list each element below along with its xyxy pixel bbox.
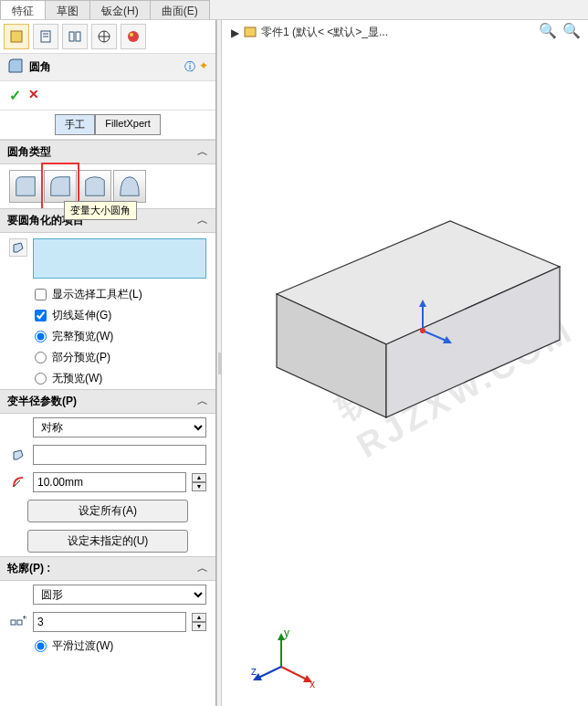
fillet-type-tooltip: 变量大小圆角 — [64, 201, 137, 220]
panel-tab-dim[interactable] — [91, 24, 117, 49]
profile-shape-select[interactable]: 圆形 — [33, 585, 206, 605]
panel-tab-property[interactable] — [33, 24, 58, 49]
set-unset-button[interactable]: 设定未指定的(U) — [27, 530, 188, 553]
svg-point-10 — [130, 33, 133, 37]
profile-count-input[interactable] — [33, 612, 186, 632]
svg-text:#: # — [23, 616, 26, 622]
edge-select-icon[interactable] — [9, 238, 27, 257]
opt-smooth[interactable]: 平滑过渡(W) — [0, 636, 215, 657]
command-title: 圆角 — [29, 59, 51, 75]
set-all-button[interactable]: 设定所有(A) — [27, 500, 188, 522]
panel-tab-feature-tree[interactable] — [4, 24, 29, 49]
show-toolbar-checkbox[interactable] — [35, 289, 47, 300]
opt-tangent[interactable]: 切线延伸(G) — [0, 305, 215, 326]
svg-line-28 — [257, 667, 281, 679]
preview-partial-radio[interactable] — [35, 352, 47, 364]
zoom-area-icon[interactable]: 🔍 — [562, 22, 581, 39]
section-params[interactable]: 变半径参数(P) ︿ — [0, 389, 215, 414]
profile-shape-row: 圆形 — [0, 581, 215, 608]
svg-marker-20 — [419, 300, 426, 307]
chevron-up-icon: ︿ — [197, 213, 208, 228]
radius-spinner[interactable]: ▲▼ — [192, 473, 206, 491]
tangent-checkbox[interactable] — [35, 310, 47, 321]
svg-rect-4 — [69, 32, 74, 41]
count-spinner[interactable]: ▲▼ — [192, 613, 206, 631]
svg-rect-12 — [11, 620, 16, 625]
param-empty-input[interactable] — [33, 445, 206, 465]
chevron-up-icon: ︿ — [197, 394, 208, 409]
ok-cancel-row: ✓ ✕ — [0, 81, 215, 111]
svg-point-9 — [128, 31, 139, 42]
fillet-type-row: 变量大小圆角 — [0, 164, 215, 208]
viewport-3d[interactable]: 🔍 🔍 ▶ 零件1 (默认< <默认>_显... 软件自学网 RJZXW.COM… — [222, 20, 588, 706]
ok-button[interactable]: ✓ — [9, 87, 21, 104]
triad-y-label: y — [284, 627, 289, 639]
fillet-icon — [7, 58, 24, 77]
selection-listbox[interactable] — [33, 238, 206, 279]
svg-line-21 — [423, 331, 448, 342]
param-empty-row — [0, 441, 215, 469]
svg-rect-5 — [76, 32, 80, 41]
tab-surface[interactable]: 曲面(E) — [150, 0, 210, 19]
symmetry-select[interactable]: 对称 — [33, 417, 206, 437]
triad-x-label: x — [310, 678, 315, 690]
profile-shape-icon — [9, 585, 27, 604]
mode-manual[interactable]: 手工 — [55, 114, 95, 135]
section-fillet-type[interactable]: 圆角类型 ︿ — [0, 140, 215, 164]
tab-feature[interactable]: 特征 — [0, 0, 46, 19]
items-selection-row — [0, 233, 215, 284]
zoom-fit-icon[interactable]: 🔍 — [539, 22, 557, 39]
panel-tab-icons — [0, 20, 215, 54]
command-header: 圆角 ⓘ ✦ — [0, 54, 215, 81]
tab-sketch[interactable]: 草图 — [45, 0, 90, 19]
part-icon — [243, 24, 257, 41]
help-icon[interactable]: ⓘ — [184, 59, 195, 75]
fillet-type-face[interactable] — [79, 170, 111, 203]
breadcrumb-arrow-icon[interactable]: ▶ — [231, 26, 239, 39]
preview-full-radio[interactable] — [35, 331, 47, 342]
zoom-toolbar: 🔍 🔍 — [539, 22, 581, 39]
opt-preview-none[interactable]: 无预览(W) — [0, 368, 215, 389]
svg-rect-0 — [11, 31, 22, 42]
fillet-type-full[interactable] — [113, 170, 146, 203]
triad-z-label: z — [251, 665, 257, 678]
panel-tab-config[interactable] — [62, 24, 88, 49]
fillet-type-constant[interactable] — [9, 170, 42, 203]
breadcrumb-text: 零件1 (默认< <默认>_显... — [261, 25, 388, 40]
section-profile[interactable]: 轮廓(P) : ︿ — [0, 556, 215, 581]
count-icon: # — [9, 613, 27, 631]
tab-sheetmetal[interactable]: 钣金(H) — [89, 0, 151, 19]
origin-triad[interactable] — [404, 294, 459, 349]
panel-scroll[interactable]: 圆角类型 ︿ 变量大小圆角 要圆角化的项目 ︿ 显示选择工具栏(L) 切线延伸(… — [0, 140, 215, 706]
svg-line-26 — [281, 667, 309, 680]
radius-row: ▲▼ — [0, 469, 215, 496]
top-tab-bar: 特征 草图 钣金(H) 曲面(E) — [0, 0, 588, 20]
mode-xpert[interactable]: FilletXpert — [95, 114, 161, 135]
opt-show-toolbar[interactable]: 显示选择工具栏(L) — [0, 284, 215, 305]
svg-point-23 — [420, 328, 425, 333]
opt-preview-full[interactable]: 完整预览(W) — [0, 326, 215, 347]
svg-rect-15 — [245, 27, 256, 37]
svg-rect-13 — [17, 620, 22, 625]
profile-count-row: # ▲▼ — [0, 608, 215, 636]
preview-none-radio[interactable] — [35, 373, 47, 385]
feature-panel: 圆角 ⓘ ✦ ✓ ✕ 手工 FilletXpert 圆角类型 ︿ — [0, 20, 216, 706]
opt-preview-partial[interactable]: 部分预览(P) — [0, 347, 215, 368]
sym-icon — [9, 418, 27, 437]
pin-icon[interactable]: ✦ — [199, 59, 208, 75]
view-triad[interactable]: y x z — [249, 626, 322, 690]
radius-icon — [9, 473, 27, 491]
radius-input[interactable] — [33, 472, 186, 492]
mode-row: 手工 FilletXpert — [0, 111, 215, 140]
chevron-up-icon: ︿ — [197, 561, 208, 576]
panel-tab-appearance[interactable] — [121, 24, 146, 49]
sym-row: 对称 — [0, 414, 215, 441]
smooth-radio[interactable] — [35, 640, 47, 652]
cancel-button[interactable]: ✕ — [28, 87, 39, 104]
breadcrumb[interactable]: ▶ 零件1 (默认< <默认>_显... — [231, 24, 388, 41]
chevron-up-icon: ︿ — [197, 144, 208, 160]
param-list-icon[interactable] — [9, 446, 27, 464]
fillet-type-variable[interactable] — [44, 170, 77, 203]
